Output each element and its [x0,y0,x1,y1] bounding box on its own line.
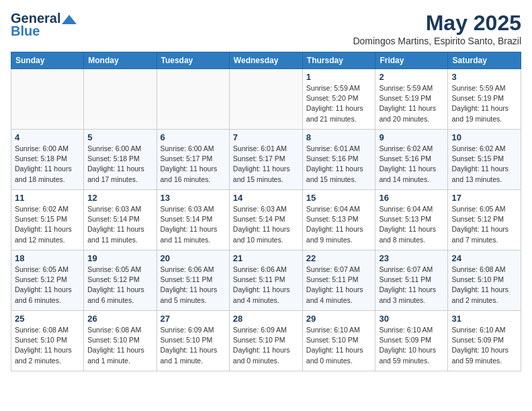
day-number: 1 [306,72,372,82]
day-info: Sunrise: 6:03 AM Sunset: 5:14 PM Dayligh… [233,204,299,245]
day-number: 14 [233,193,299,203]
day-number: 21 [233,253,299,263]
day-info: Sunrise: 6:10 AM Sunset: 5:10 PM Dayligh… [306,325,372,366]
calendar-day-4: 4Sunrise: 6:00 AM Sunset: 5:18 PM Daylig… [11,130,84,190]
calendar-week-row: 25Sunrise: 6:08 AM Sunset: 5:10 PM Dayli… [11,311,521,371]
day-info: Sunrise: 6:06 AM Sunset: 5:11 PM Dayligh… [161,265,226,306]
day-number: 8 [306,132,372,142]
day-number: 10 [451,132,517,142]
day-number: 20 [161,253,226,263]
day-info: Sunrise: 6:04 AM Sunset: 5:13 PM Dayligh… [379,204,444,245]
calendar-day-25: 25Sunrise: 6:08 AM Sunset: 5:10 PM Dayli… [11,311,84,371]
calendar-week-row: 18Sunrise: 6:05 AM Sunset: 5:12 PM Dayli… [11,250,521,311]
day-info: Sunrise: 6:02 AM Sunset: 5:16 PM Dayligh… [379,144,444,185]
calendar-empty-cell [11,69,84,130]
calendar-day-23: 23Sunrise: 6:07 AM Sunset: 5:11 PM Dayli… [375,250,448,311]
day-number: 29 [306,314,372,324]
calendar-empty-cell [229,69,302,130]
calendar-day-27: 27Sunrise: 6:09 AM Sunset: 5:10 PM Dayli… [157,311,229,371]
day-info: Sunrise: 5:59 AM Sunset: 5:19 PM Dayligh… [451,83,517,124]
day-info: Sunrise: 6:02 AM Sunset: 5:15 PM Dayligh… [451,144,517,185]
calendar-day-29: 29Sunrise: 6:10 AM Sunset: 5:10 PM Dayli… [302,311,375,371]
calendar-day-11: 11Sunrise: 6:02 AM Sunset: 5:15 PM Dayli… [11,190,84,250]
weekday-header-wednesday: Wednesday [229,52,302,69]
day-info: Sunrise: 6:05 AM Sunset: 5:12 PM Dayligh… [451,204,517,245]
logo-arrow-icon [62,15,77,24]
calendar-week-row: 11Sunrise: 6:02 AM Sunset: 5:15 PM Dayli… [11,190,521,250]
day-number: 5 [87,132,152,142]
calendar-day-14: 14Sunrise: 6:03 AM Sunset: 5:14 PM Dayli… [229,190,302,250]
day-number: 12 [87,193,152,203]
calendar-table: SundayMondayTuesdayWednesdayThursdayFrid… [11,52,521,371]
day-number: 31 [451,314,517,324]
day-number: 23 [379,253,444,263]
calendar-day-28: 28Sunrise: 6:09 AM Sunset: 5:10 PM Dayli… [229,311,302,371]
day-number: 22 [306,253,372,263]
day-info: Sunrise: 6:03 AM Sunset: 5:14 PM Dayligh… [87,204,152,245]
day-info: Sunrise: 6:01 AM Sunset: 5:16 PM Dayligh… [306,144,372,185]
calendar-day-13: 13Sunrise: 6:03 AM Sunset: 5:14 PM Dayli… [157,190,229,250]
calendar-day-3: 3Sunrise: 5:59 AM Sunset: 5:19 PM Daylig… [448,69,521,130]
weekday-header-saturday: Saturday [448,52,521,69]
day-number: 4 [15,132,80,142]
calendar-day-31: 31Sunrise: 6:10 AM Sunset: 5:09 PM Dayli… [448,311,521,371]
day-info: Sunrise: 6:07 AM Sunset: 5:11 PM Dayligh… [306,265,372,306]
logo: General Blue [11,11,77,39]
calendar-day-9: 9Sunrise: 6:02 AM Sunset: 5:16 PM Daylig… [375,130,448,190]
day-number: 13 [161,193,226,203]
day-info: Sunrise: 6:02 AM Sunset: 5:15 PM Dayligh… [15,204,80,245]
day-info: Sunrise: 6:00 AM Sunset: 5:18 PM Dayligh… [15,144,80,185]
calendar-day-16: 16Sunrise: 6:04 AM Sunset: 5:13 PM Dayli… [375,190,448,250]
day-info: Sunrise: 6:05 AM Sunset: 5:12 PM Dayligh… [15,265,80,306]
day-number: 15 [306,193,372,203]
day-number: 17 [451,193,517,203]
day-info: Sunrise: 6:08 AM Sunset: 5:10 PM Dayligh… [451,265,517,306]
calendar-day-5: 5Sunrise: 6:00 AM Sunset: 5:18 PM Daylig… [84,130,157,190]
day-number: 25 [15,314,80,324]
day-info: Sunrise: 6:07 AM Sunset: 5:11 PM Dayligh… [379,265,444,306]
month-title: May 2025 [353,11,521,36]
day-info: Sunrise: 5:59 AM Sunset: 5:19 PM Dayligh… [379,83,444,124]
day-info: Sunrise: 6:10 AM Sunset: 5:09 PM Dayligh… [379,325,444,366]
day-info: Sunrise: 6:03 AM Sunset: 5:14 PM Dayligh… [161,204,226,245]
calendar-day-15: 15Sunrise: 6:04 AM Sunset: 5:13 PM Dayli… [302,190,375,250]
day-number: 26 [87,314,152,324]
day-number: 30 [379,314,444,324]
day-number: 11 [15,193,80,203]
calendar-day-21: 21Sunrise: 6:06 AM Sunset: 5:11 PM Dayli… [229,250,302,311]
weekday-header-sunday: Sunday [11,52,84,69]
calendar-week-row: 4Sunrise: 6:00 AM Sunset: 5:18 PM Daylig… [11,130,521,190]
day-info: Sunrise: 6:06 AM Sunset: 5:11 PM Dayligh… [233,265,299,306]
weekday-header-friday: Friday [375,52,448,69]
day-number: 9 [379,132,444,142]
calendar-day-20: 20Sunrise: 6:06 AM Sunset: 5:11 PM Dayli… [157,250,229,311]
page-header: General Blue May 2025 Domingos Martins, … [11,11,521,46]
calendar-empty-cell [84,69,157,130]
calendar-day-18: 18Sunrise: 6:05 AM Sunset: 5:12 PM Dayli… [11,250,84,311]
title-area: May 2025 Domingos Martins, Espirito Sant… [353,11,521,46]
day-info: Sunrise: 6:10 AM Sunset: 5:09 PM Dayligh… [451,325,517,366]
svg-marker-0 [62,15,77,24]
day-info: Sunrise: 6:01 AM Sunset: 5:17 PM Dayligh… [233,144,299,185]
calendar-day-22: 22Sunrise: 6:07 AM Sunset: 5:11 PM Dayli… [302,250,375,311]
calendar-day-8: 8Sunrise: 6:01 AM Sunset: 5:16 PM Daylig… [302,130,375,190]
day-info: Sunrise: 6:09 AM Sunset: 5:10 PM Dayligh… [161,325,226,366]
calendar-day-19: 19Sunrise: 6:05 AM Sunset: 5:12 PM Dayli… [84,250,157,311]
weekday-header-tuesday: Tuesday [157,52,229,69]
calendar-day-17: 17Sunrise: 6:05 AM Sunset: 5:12 PM Dayli… [448,190,521,250]
day-number: 18 [15,253,80,263]
day-info: Sunrise: 6:04 AM Sunset: 5:13 PM Dayligh… [306,204,372,245]
calendar-day-12: 12Sunrise: 6:03 AM Sunset: 5:14 PM Dayli… [84,190,157,250]
day-info: Sunrise: 6:05 AM Sunset: 5:12 PM Dayligh… [87,265,152,306]
logo-blue: Blue [11,24,40,39]
day-info: Sunrise: 6:00 AM Sunset: 5:18 PM Dayligh… [87,144,152,185]
day-number: 3 [451,72,517,82]
location-subtitle: Domingos Martins, Espirito Santo, Brazil [353,36,521,46]
day-number: 6 [161,132,226,142]
calendar-day-2: 2Sunrise: 5:59 AM Sunset: 5:19 PM Daylig… [375,69,448,130]
calendar-day-24: 24Sunrise: 6:08 AM Sunset: 5:10 PM Dayli… [448,250,521,311]
calendar-day-7: 7Sunrise: 6:01 AM Sunset: 5:17 PM Daylig… [229,130,302,190]
day-info: Sunrise: 6:08 AM Sunset: 5:10 PM Dayligh… [87,325,152,366]
day-number: 7 [233,132,299,142]
calendar-week-row: 1Sunrise: 5:59 AM Sunset: 5:20 PM Daylig… [11,69,521,130]
